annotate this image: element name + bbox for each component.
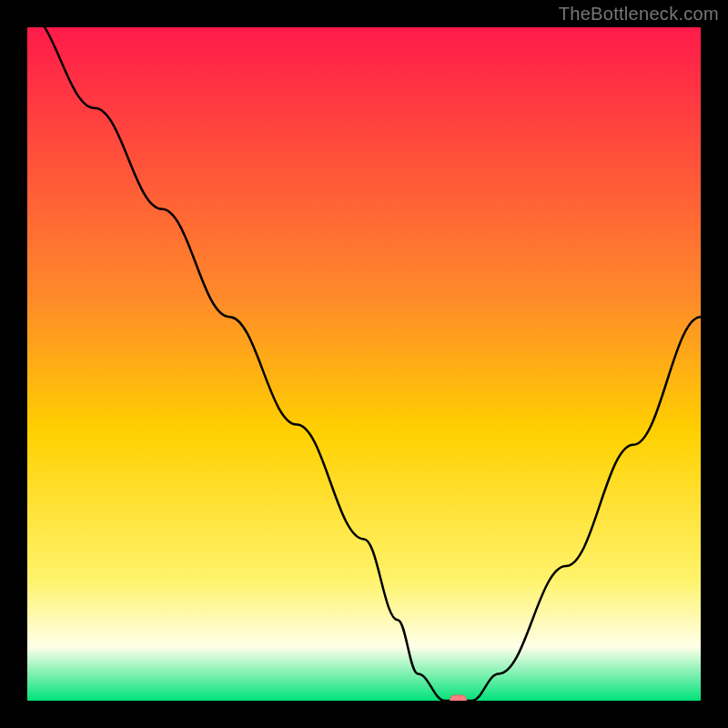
attribution-watermark: TheBottleneck.com (559, 4, 719, 25)
gradient-background (27, 27, 701, 701)
chart-container: TheBottleneck.com (0, 0, 728, 728)
optimum-marker (450, 695, 467, 701)
plot-area (27, 27, 701, 701)
bottleneck-curve-chart (27, 27, 701, 701)
